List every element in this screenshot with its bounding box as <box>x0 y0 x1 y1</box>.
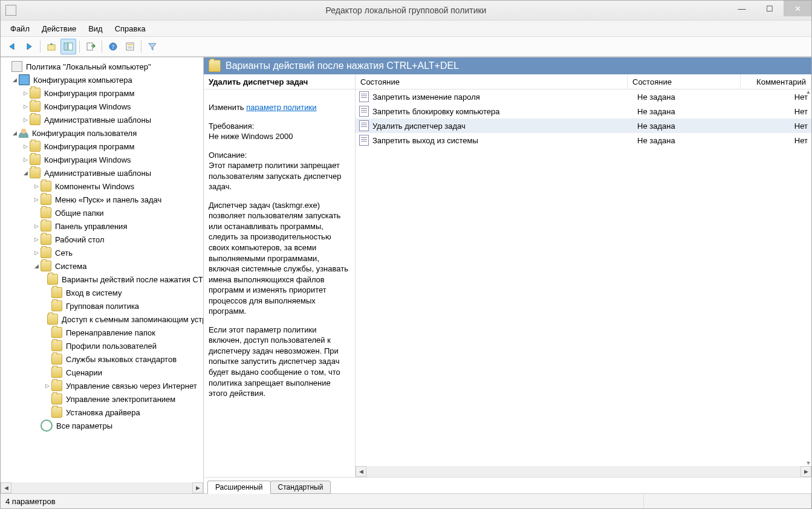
col-name[interactable]: Состояние <box>356 74 628 89</box>
tree-all-settings[interactable]: ▷Все параметры <box>1 419 203 432</box>
policy-icon <box>359 120 369 131</box>
tree-sys-power[interactable]: ▷Управление электропитанием <box>1 392 203 406</box>
view-tabs: Расширенный Стандартный <box>204 477 811 493</box>
tab-standard[interactable]: Стандартный <box>270 481 331 494</box>
tree-sys-lang[interactable]: ▷Службы языковых стандартов <box>1 352 203 366</box>
tree-sys-scripts[interactable]: ▷Сценарии <box>1 366 203 379</box>
table-row[interactable]: Запретить выход из системыНе заданаНет <box>356 133 811 148</box>
menu-file[interactable]: Файл <box>4 22 36 35</box>
row-state: Не задана <box>634 122 744 131</box>
tree-sys-driver[interactable]: ▷Установка драйвера <box>1 406 203 419</box>
tree-label: Управление электропитанием <box>65 394 177 404</box>
properties-button[interactable] <box>122 39 138 54</box>
description-heading: Удалить диспетчер задач <box>204 74 355 89</box>
toolbar-separator <box>141 41 141 53</box>
show-tree-button[interactable] <box>60 39 76 54</box>
nav-forward-button[interactable] <box>21 39 37 54</box>
tree-user-config[interactable]: ◢Конфигурация пользователя <box>1 126 203 140</box>
tree-adm-cp[interactable]: ▷Панель управления <box>1 219 203 233</box>
menu-bar: Файл Действие Вид Справка <box>1 21 811 37</box>
tree-adm-net[interactable]: ▷Сеть <box>1 246 203 259</box>
folder-icon <box>51 327 62 338</box>
tree-pane: ▶Политика "Локальный компьютер" ◢Конфигу… <box>1 57 204 493</box>
computer-icon <box>19 74 30 85</box>
tree-sys-gp[interactable]: ▷Групповая политика <box>1 299 203 313</box>
tab-extended[interactable]: Расширенный <box>207 481 271 494</box>
tree-adm-wincomp[interactable]: ▷Компоненты Windows <box>1 180 203 193</box>
window-title: Редактор локальной групповой политики <box>326 5 487 15</box>
scroll-up-icon[interactable]: ▲ <box>806 89 811 95</box>
folder-icon <box>209 60 221 72</box>
col-state[interactable]: Состояние <box>628 74 741 89</box>
settings-list-wrap: Состояние Состояние Комментарий Запретит… <box>356 74 811 477</box>
tree-adm-desk[interactable]: ▷Рабочий стол <box>1 233 203 246</box>
tree-user-windows[interactable]: ▷Конфигурация Windows <box>1 153 203 166</box>
tree-label: Система <box>54 261 88 271</box>
maximize-button[interactable]: ☐ <box>756 1 784 16</box>
menu-action[interactable]: Действие <box>36 22 82 35</box>
scroll-track[interactable] <box>11 482 192 493</box>
tree-user-programs[interactable]: ▷Конфигурация программ <box>1 140 203 153</box>
desc-p2: Диспетчер задач (taskmgr.exe) позволяет … <box>209 200 350 317</box>
tree-label: Вход в систему <box>65 288 123 298</box>
title-bar: Редактор локальной групповой политики — … <box>1 1 811 21</box>
tree-adm-sys[interactable]: ◢Система <box>1 259 203 273</box>
scroll-down-icon[interactable]: ▼ <box>806 460 811 466</box>
pane-title: Варианты действий после нажатия CTRL+ALT… <box>226 60 459 71</box>
menu-view[interactable]: Вид <box>82 22 109 35</box>
table-row[interactable]: Запретить изменение пароляНе заданаНет <box>356 89 811 104</box>
tree-label: Рабочий стол <box>54 235 106 245</box>
tree-user-admin[interactable]: ◢Административные шаблоны <box>1 166 203 180</box>
policy-icon <box>359 135 369 146</box>
folder-icon <box>30 88 41 99</box>
edit-policy-link[interactable]: параметр политики <box>246 103 316 112</box>
scroll-right-icon[interactable]: ▶ <box>801 466 811 477</box>
scroll-left-icon[interactable]: ◀ <box>356 466 366 477</box>
export-button[interactable] <box>83 39 99 54</box>
folder-icon <box>47 314 58 325</box>
scroll-track[interactable] <box>366 466 801 477</box>
filter-button[interactable] <box>145 39 160 54</box>
tree-sys-cad[interactable]: ▷Варианты действий после нажатия CTRL+AL… <box>1 273 203 286</box>
tree-sys-logon[interactable]: ▷Вход в систему <box>1 286 203 299</box>
up-button[interactable] <box>44 39 59 54</box>
tree-label: Конфигурация компьютера <box>32 75 134 85</box>
tree-adm-start[interactable]: ▷Меню «Пуск» и панель задач <box>1 193 203 206</box>
row-name: Удалить диспетчер задач <box>372 122 466 131</box>
details-pane: Варианты действий после нажатия CTRL+ALT… <box>204 57 811 493</box>
col-comment[interactable]: Комментарий <box>741 74 811 89</box>
tree-label: Конфигурация Windows <box>43 102 132 112</box>
status-cell-2 <box>644 494 811 508</box>
minimize-button[interactable]: — <box>728 1 756 16</box>
tree-adm-shared[interactable]: ▷Общие папки <box>1 206 203 219</box>
settings-list[interactable]: Запретить изменение пароляНе заданаНетЗа… <box>356 89 811 466</box>
tree-label: Компоненты Windows <box>54 181 135 192</box>
toolbar-separator <box>102 41 102 53</box>
scroll-left-icon[interactable]: ◀ <box>1 482 11 493</box>
tree-label: Сценарии <box>65 368 103 378</box>
tree-h-scrollbar[interactable]: ◀ ▶ <box>1 482 203 493</box>
tree-comp-programs[interactable]: ▷Конфигурация программ <box>1 86 203 100</box>
tree-sys-folder[interactable]: ▷Перенаправление папок <box>1 326 203 339</box>
list-v-scrollbar[interactable]: ▲▼ <box>805 89 811 466</box>
tree-sys-profiles[interactable]: ▷Профили пользователей <box>1 339 203 352</box>
tree-comp-admin[interactable]: ▷Административные шаблоны <box>1 113 203 126</box>
table-row[interactable]: Удалить диспетчер задачНе заданаНет <box>356 118 811 133</box>
table-row[interactable]: Запретить блокировку компьютераНе задана… <box>356 104 811 118</box>
status-bar: 4 параметров <box>1 493 811 508</box>
help-button[interactable]: ? <box>105 39 121 54</box>
tree-sys-removable[interactable]: ▷Доступ к съемным запоминающим устройств… <box>1 313 203 326</box>
list-h-scrollbar[interactable]: ◀ ▶ <box>356 466 811 477</box>
scroll-right-icon[interactable]: ▶ <box>192 482 203 493</box>
close-button[interactable]: ✕ <box>784 1 811 16</box>
tree-root[interactable]: ▶Политика "Локальный компьютер" <box>1 60 203 73</box>
tree-comp-windows[interactable]: ▷Конфигурация Windows <box>1 100 203 113</box>
user-icon <box>19 128 28 138</box>
menu-help[interactable]: Справка <box>109 22 152 35</box>
tree-computer-config[interactable]: ◢Конфигурация компьютера <box>1 73 203 86</box>
tree-view[interactable]: ▶Политика "Локальный компьютер" ◢Конфигу… <box>1 57 203 482</box>
nav-back-button[interactable] <box>4 39 20 54</box>
desc-change-label: Изменить <box>209 103 244 112</box>
tree-label: Управление связью через Интернет <box>65 381 198 391</box>
tree-sys-conn[interactable]: ▷Управление связью через Интернет <box>1 379 203 392</box>
